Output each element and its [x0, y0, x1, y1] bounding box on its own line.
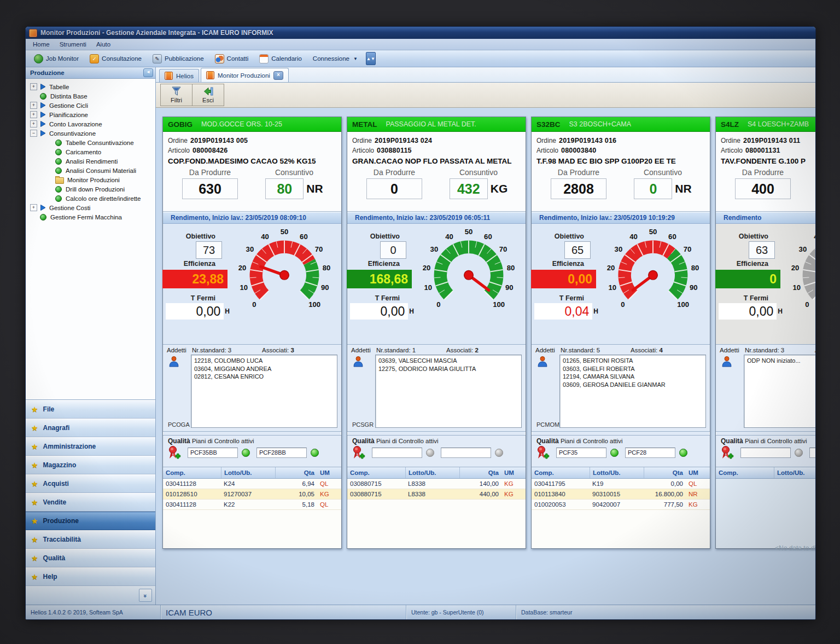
- toolbar-contatti[interactable]: Contatti: [210, 53, 254, 65]
- components-table: Comp.Lotto/Ub.QtaUM <No data to display>: [716, 467, 815, 548]
- tree-item-caricamento[interactable]: Caricamento: [27, 147, 154, 156]
- tree-expander[interactable]: +: [30, 120, 37, 127]
- tree-item-analisi-consumi-materiali[interactable]: Analisi Consumi Materiali: [27, 166, 154, 175]
- control-plan-field[interactable]: [809, 448, 815, 458]
- title-bar[interactable]: Monitor Produzioni - Gestione Aziendale …: [26, 27, 815, 39]
- status-user: Utente: gb - SuperUtente (0): [406, 605, 516, 619]
- tree-item-analisi-rendimenti[interactable]: Analisi Rendimenti: [27, 156, 154, 166]
- tab-monitor-produzioni[interactable]: Monitor Produzioni×: [201, 68, 289, 82]
- svg-text:50: 50: [465, 228, 473, 236]
- component-row[interactable]: 0101285109127003710,05KG: [163, 489, 341, 500]
- quality-badge-icon: [168, 445, 181, 460]
- sidebar-collapse-button[interactable]: ◄: [143, 68, 153, 77]
- filtri-button[interactable]: Filtri: [161, 84, 192, 106]
- qta-cell: 10,05: [275, 491, 317, 497]
- control-plan-field[interactable]: PCF28: [625, 448, 675, 458]
- esci-button[interactable]: Esci: [192, 84, 224, 106]
- articolo-value: 080003840: [561, 147, 596, 154]
- leaf-dot-icon: [40, 214, 46, 221]
- operators-list[interactable]: ODP NON iniziato...: [744, 355, 815, 428]
- operators-list[interactable]: 01265, BERTONI ROSITA03603, GHELFI ROBER…: [559, 355, 706, 428]
- articolo-label: Articolo: [168, 147, 190, 154]
- comp-cell: 010128510: [163, 491, 221, 497]
- toolbar-job-monitor[interactable]: Job Monitor: [29, 53, 84, 65]
- tree-item-monitor-produzioni[interactable]: Monitor Produzioni: [27, 175, 154, 184]
- tree-item-conto-lavorazione[interactable]: +Conto Lavorazione: [27, 119, 154, 129]
- tree-expander[interactable]: +: [30, 204, 37, 211]
- tree-item-gestione-cicli[interactable]: +Gestione Cicli: [27, 101, 154, 110]
- tree-item-tabelle-consuntivazione[interactable]: Tabelle Consuntivazione: [27, 138, 154, 147]
- operators-list[interactable]: 03639, VALSECCHI MASCIA12275, ODORICO MA…: [375, 355, 522, 428]
- module-nav: ★File★Anagrafi★Amministrazione★Magazzino…: [26, 399, 155, 586]
- tree-expander[interactable]: +: [30, 111, 37, 118]
- sidebar-item-label: Help: [43, 573, 57, 581]
- chevron-down-icon[interactable]: »: [139, 589, 152, 602]
- piani-controllo-label: Piani di Controllo attivi: [376, 438, 439, 444]
- col-comp: Comp.: [532, 467, 590, 478]
- svg-text:0: 0: [805, 300, 809, 309]
- sidebar-item-help[interactable]: ★Help: [26, 567, 155, 586]
- sidebar-item-label: Produzione: [43, 517, 79, 525]
- menu-aiuto[interactable]: Aiuto: [91, 41, 115, 48]
- control-plan-field[interactable]: PCF28BB: [256, 448, 307, 458]
- svg-text:40: 40: [261, 233, 269, 241]
- sidebar-item-magazzino[interactable]: ★Magazzino: [26, 456, 155, 474]
- tree-expander[interactable]: +: [30, 83, 37, 90]
- component-row[interactable]: 030880715L8338440,00KG: [347, 489, 526, 500]
- sidebar-item-vendite[interactable]: ★Vendite: [26, 493, 155, 512]
- addetti-section: Addetti Nr.standard: 5 Associati: 4 PCMO…: [532, 345, 710, 432]
- toolbar-consultazione[interactable]: ✓Consultazione: [85, 53, 147, 65]
- component-row[interactable]: 030411795K190,00QL: [532, 479, 710, 489]
- toolbar-calendario[interactable]: Calendario: [254, 53, 307, 65]
- sidebar-item-label: Acquisti: [43, 480, 69, 488]
- machine-code: METAL: [352, 120, 377, 129]
- menu-strumenti[interactable]: Strumenti: [55, 41, 91, 48]
- operator-entry: ODP NON iniziato...: [747, 357, 815, 365]
- control-plan-field[interactable]: PCF35BB: [188, 448, 238, 458]
- tree-item-pianificazione[interactable]: +Pianificazione: [27, 110, 154, 119]
- menu-home[interactable]: Home: [28, 41, 55, 48]
- order-info: Ordine2019P019143 005 Articolo080008426 …: [163, 132, 341, 212]
- sidebar-item-produzione[interactable]: ★Produzione: [26, 512, 155, 530]
- svg-text:70: 70: [499, 245, 508, 253]
- sidebar-item-file[interactable]: ★File: [26, 400, 155, 419]
- toolbar-pubblicazione[interactable]: ✎Pubblicazione: [148, 53, 209, 65]
- component-row[interactable]: 030411128K225,18QL: [163, 500, 341, 510]
- close-icon[interactable]: ×: [273, 71, 283, 80]
- sidebar-item-tracciabilit[interactable]: ★Tracciabilità: [26, 530, 155, 549]
- component-row[interactable]: 030880715L8338140,00KG: [347, 479, 526, 489]
- efficiency-gauge: 0102030405060708090100: [599, 228, 707, 315]
- addetti-label: Addetti: [167, 347, 192, 353]
- control-plan-field[interactable]: [372, 448, 422, 458]
- control-plan-field[interactable]: PCF35: [556, 448, 606, 458]
- tree-item-gestione-fermi-macchina[interactable]: Gestione Fermi Macchina: [27, 212, 154, 222]
- component-row[interactable]: 030411128K246,94QL: [163, 479, 341, 489]
- tree-item-distinta-base[interactable]: Distinta Base: [27, 91, 154, 101]
- toolbar-connessione[interactable]: Connessione▼: [308, 54, 363, 63]
- tree-item-gestione-costi[interactable]: +Gestione Costi: [27, 203, 154, 212]
- operators-list[interactable]: 12218, COLOMBO LUCA03604, MIGGIANO ANDRE…: [191, 355, 337, 428]
- sidebar-item-qualit[interactable]: ★Qualità: [26, 549, 155, 567]
- efficienza-label: Efficienza: [737, 260, 768, 268]
- tree-item-tabelle[interactable]: +Tabelle: [27, 82, 154, 91]
- sidebar-item-amministrazione[interactable]: ★Amministrazione: [26, 437, 155, 456]
- lotto-cell: L8338: [405, 480, 459, 487]
- tree-item-consuntivazione[interactable]: −Consuntivazione: [27, 129, 154, 138]
- svg-text:10: 10: [424, 283, 432, 292]
- operator-entry: 12218, COLOMBO LUCA: [194, 357, 334, 365]
- sidebar-item-label: Tracciabilità: [43, 536, 81, 543]
- component-row[interactable]: 01002005390420007777,50KG: [532, 500, 710, 510]
- control-plan-field[interactable]: [441, 448, 491, 458]
- table-body: 030880715L8338140,00KG030880715L8338440,…: [347, 479, 526, 548]
- tree-expander[interactable]: −: [30, 130, 37, 137]
- tree-item-calcolo-ore-dirette-indirette[interactable]: Calcolo ore dirette/indirette: [27, 194, 154, 203]
- tree-item-drill-down-produzioni[interactable]: Drill down Produzioni: [27, 184, 154, 194]
- tab-helios[interactable]: Helios: [159, 69, 199, 82]
- tree-item-label: Conto Lavorazione: [49, 121, 102, 127]
- control-plan-field[interactable]: [740, 448, 791, 458]
- tree-expander[interactable]: +: [30, 102, 37, 109]
- sidebar-item-acquisti[interactable]: ★Acquisti: [26, 474, 155, 493]
- sidebar-item-anagrafi[interactable]: ★Anagrafi: [26, 419, 155, 437]
- toolbar-overflow-button[interactable]: ▲▼: [366, 52, 376, 65]
- component-row[interactable]: 0101138409031001516.800,00NR: [532, 489, 710, 500]
